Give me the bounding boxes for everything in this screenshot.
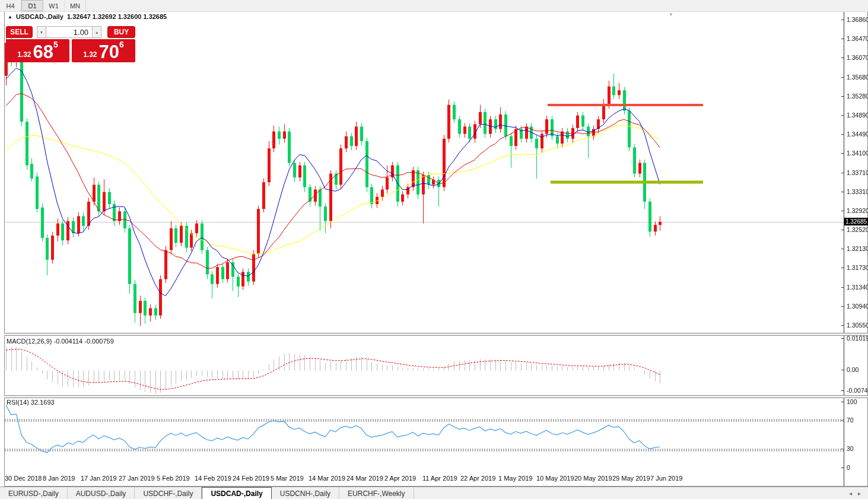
- rsi-axis-label: 30: [847, 445, 854, 452]
- buy-button[interactable]: BUY: [107, 26, 135, 38]
- price-axis-label: 1.32920: [847, 207, 868, 214]
- price-chart-canvas[interactable]: [0, 0, 868, 499]
- spin-up-icon: ▲: [95, 30, 99, 34]
- date-axis-label: 17 Jan 2019: [81, 475, 117, 482]
- date-axis-label: 20 May 2019: [574, 475, 612, 482]
- toolbar-spacer: [86, 0, 868, 11]
- date-axis-label: 2 Apr 2019: [384, 475, 416, 482]
- date-axis-label: 24 Mar 2019: [346, 475, 383, 482]
- buy-price-point: 6: [119, 40, 124, 49]
- timeframe-toolbar: H4D1W1MN: [0, 0, 868, 12]
- date-axis-label: 22 Apr 2019: [460, 475, 495, 482]
- date-axis-label: 1 May 2019: [498, 475, 532, 482]
- rsi-panel-splitter[interactable]: [4, 395, 868, 398]
- date-axis-label: 10 May 2019: [536, 475, 574, 482]
- chart-tab-usdcnh[interactable]: USDCNH-,Daily: [272, 487, 339, 499]
- date-axis-label: 29 May 2019: [612, 475, 650, 482]
- date-axis-label: 30 Dec 2018: [5, 475, 42, 482]
- price-axis-label: 1.31730: [847, 264, 868, 271]
- tab-scroll-right-icon[interactable]: ▸: [858, 490, 861, 497]
- tab-scroll-left-icon[interactable]: ◂: [849, 490, 852, 497]
- spin-down-icon: ▼: [40, 30, 44, 34]
- price-axis-label: 1.33310: [847, 188, 868, 195]
- price-axis-label: 1.32520: [847, 226, 868, 233]
- one-click-trading-widget: SELL ▼ 1.00 ▲ BUY 1.32 68 5 1.32 70 6: [6, 26, 135, 62]
- chart-header: ▲ USDCAD-,Daily 1.32647 1.32692 1.32600 …: [8, 13, 167, 20]
- volume-input[interactable]: 1.00: [46, 26, 93, 38]
- date-axis-label: 8 Jan 2019: [43, 475, 75, 482]
- buy-price-prefix: 1.32: [83, 50, 97, 59]
- timeframe-button-w1[interactable]: W1: [43, 0, 65, 11]
- chart-tab-audusd[interactable]: AUDUSD-,Daily: [68, 487, 135, 499]
- trading-terminal-window: H4D1W1MN ▲ USDCAD-,Daily 1.32647 1.32692…: [0, 0, 868, 499]
- price-axis-label: 1.36470: [847, 35, 868, 42]
- price-axis-label: 1.30940: [847, 303, 868, 310]
- scroll-to-end-marker-icon[interactable]: ▼: [669, 12, 673, 17]
- price-axis-label: 1.35680: [847, 74, 868, 81]
- date-axis-label: 5 Feb 2019: [157, 475, 190, 482]
- price-axis-label: 1.34100: [847, 150, 868, 157]
- chart-tab-usdcad[interactable]: USDCAD-,Daily: [202, 487, 271, 499]
- chart-tab-bar: EURUSD-,DailyAUDUSD-,DailyUSDCHF-,DailyU…: [0, 487, 868, 499]
- macd-axis-label: 0.010199: [847, 335, 868, 342]
- volume-increase-button[interactable]: ▲: [93, 26, 101, 38]
- macd-axis-label: -0.007476: [847, 387, 868, 394]
- price-axis-label: 1.34890: [847, 112, 868, 119]
- date-axis: 30 Dec 20188 Jan 201917 Jan 201927 Jan 2…: [5, 473, 844, 486]
- timeframe-button-mn[interactable]: MN: [65, 0, 86, 11]
- timeframe-button-d1[interactable]: D1: [21, 0, 43, 11]
- sell-price-pips: 68: [33, 44, 53, 61]
- price-axis-label: 1.36070: [847, 54, 868, 61]
- date-axis-label: 14 Feb 2019: [195, 475, 231, 482]
- date-axis-label: 27 Jan 2019: [119, 475, 155, 482]
- volume-decrease-button[interactable]: ▼: [37, 26, 46, 38]
- date-axis-label: 5 Mar 2019: [271, 475, 304, 482]
- tab-scroll-controls: ◂ ▸: [842, 487, 868, 499]
- sell-button[interactable]: SELL: [6, 26, 33, 38]
- sell-price-prefix: 1.32: [17, 50, 31, 59]
- buy-price-pips: 70: [99, 44, 119, 61]
- price-axis-label: 1.34490: [847, 131, 868, 138]
- date-axis-label: 11 Apr 2019: [422, 475, 457, 482]
- sell-price-panel[interactable]: 1.32 68 5: [6, 39, 69, 62]
- chart-tab-usdchf[interactable]: USDCHF-,Daily: [135, 487, 202, 499]
- rsi-axis-label: 0: [847, 464, 850, 471]
- current-price-badge: 1.32685: [844, 218, 868, 225]
- chart-symbol-period: USDCAD-,Daily: [16, 13, 63, 20]
- date-axis-label: 14 Mar 2019: [309, 475, 345, 482]
- buy-price-panel[interactable]: 1.32 70 6: [72, 39, 135, 62]
- price-axis-label: 1.35280: [847, 93, 868, 100]
- collapse-triangle-icon[interactable]: ▲: [8, 14, 12, 20]
- rsi-axis-label: 100: [847, 398, 857, 405]
- macd-axis-label: 0.00: [847, 366, 859, 373]
- macd-panel-splitter[interactable]: [4, 333, 868, 336]
- timeframe-button-h4[interactable]: H4: [0, 0, 21, 11]
- price-axis-label: 1.31340: [847, 284, 868, 291]
- date-axis-label: 7 Jun 2019: [650, 475, 682, 482]
- price-axis-label: 1.36860: [847, 16, 868, 23]
- rsi-indicator-label: RSI(14) 32.1693: [7, 399, 55, 406]
- macd-indicator-label: MACD(12,26,9) -0.004114 -0.000759: [7, 338, 114, 345]
- price-axis-label: 1.30550: [847, 322, 868, 329]
- price-axis-label: 1.32130: [847, 245, 868, 252]
- sell-price-point: 5: [53, 40, 58, 49]
- date-axis-label: 24 Feb 2019: [233, 475, 269, 482]
- chart-tab-eurchf[interactable]: EURCHF-,Weekly: [339, 487, 414, 499]
- chart-ohlc-values: 1.32647 1.32692 1.32600 1.32685: [67, 13, 167, 20]
- chart-tab-eurusd[interactable]: EURUSD-,Daily: [0, 487, 68, 499]
- price-axis-label: 1.33710: [847, 169, 868, 176]
- rsi-axis-label: 70: [847, 417, 854, 424]
